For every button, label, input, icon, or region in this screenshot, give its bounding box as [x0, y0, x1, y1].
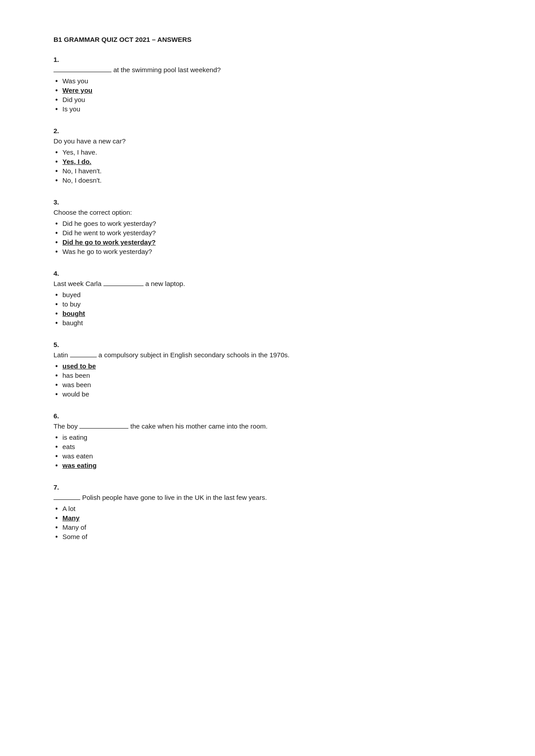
question-text-5: Latin a compulsory subject in English se…: [54, 351, 482, 359]
question-text-6: The boy the cake when his mother came in…: [54, 422, 482, 430]
correct-answer-3: Did he go to work yesterday?: [62, 238, 156, 246]
option-1-1: Was you: [54, 77, 482, 85]
question-block-7: 7. Polish people have gone to live in th…: [54, 483, 482, 540]
question-text-4: Last week Carla a new laptop.: [54, 280, 482, 287]
question-number-1: 1.: [54, 56, 482, 63]
question-block-3: 3. Choose the correct option: Did he goe…: [54, 198, 482, 255]
option-4-3: bought: [54, 310, 482, 317]
option-5-3: was been: [54, 381, 482, 388]
question-block-2: 2. Do you have a new car? Yes, I have. Y…: [54, 127, 482, 184]
question-text-7: Polish people have gone to live in the U…: [54, 494, 482, 501]
correct-answer-1: Were you: [62, 86, 92, 94]
blank-7: [54, 499, 80, 500]
question-text-3: Choose the correct option:: [54, 208, 482, 216]
option-2-2: Yes, I do.: [54, 158, 482, 165]
blank-6: [79, 428, 128, 429]
options-list-5: used to be has been was been would be: [54, 362, 482, 398]
option-7-3: Many of: [54, 523, 482, 531]
blank-1: [54, 72, 111, 72]
question-number-5: 5.: [54, 341, 482, 348]
blank-5: [70, 357, 97, 357]
question-block-6: 6. The boy the cake when his mother came…: [54, 412, 482, 469]
question-number-7: 7.: [54, 483, 482, 491]
option-2-4: No, I doesn't.: [54, 176, 482, 184]
option-4-1: buyed: [54, 291, 482, 298]
question-number-2: 2.: [54, 127, 482, 135]
option-3-1: Did he goes to work yesterday?: [54, 220, 482, 227]
question-number-3: 3.: [54, 198, 482, 206]
option-5-4: would be: [54, 390, 482, 398]
correct-answer-6: was eating: [62, 462, 97, 469]
option-1-2: Were you: [54, 86, 482, 94]
correct-answer-7: Many: [62, 514, 79, 522]
question-block-1: 1. at the swimming pool last weekend? Wa…: [54, 56, 482, 113]
option-6-4: was eating: [54, 462, 482, 469]
option-1-3: Did you: [54, 96, 482, 103]
option-5-1: used to be: [54, 362, 482, 370]
correct-answer-2: Yes, I do.: [62, 158, 91, 165]
page-container: B1 GRAMMAR QUIZ OCT 2021 – ANSWERS 1. at…: [54, 36, 482, 540]
options-list-3: Did he goes to work yesterday? Did he we…: [54, 220, 482, 255]
option-2-3: No, I haven't.: [54, 167, 482, 175]
option-2-1: Yes, I have.: [54, 148, 482, 156]
question-number-4: 4.: [54, 270, 482, 277]
question-block-4: 4. Last week Carla a new laptop. buyed t…: [54, 270, 482, 327]
option-5-2: has been: [54, 372, 482, 379]
options-list-6: is eating eats was eaten was eating: [54, 433, 482, 469]
question-text-2: Do you have a new car?: [54, 137, 482, 145]
options-list-2: Yes, I have. Yes, I do. No, I haven't. N…: [54, 148, 482, 184]
option-4-4: baught: [54, 319, 482, 327]
option-6-1: is eating: [54, 433, 482, 441]
option-7-1: A lot: [54, 505, 482, 512]
options-list-1: Was you Were you Did you Is you: [54, 77, 482, 113]
option-3-4: Was he go to work yesterday?: [54, 248, 482, 255]
option-1-4: Is you: [54, 105, 482, 113]
option-3-2: Did he went to work yesterday?: [54, 229, 482, 237]
option-4-2: to buy: [54, 300, 482, 308]
question-block-5: 5. Latin a compulsory subject in English…: [54, 341, 482, 398]
option-6-3: was eaten: [54, 452, 482, 460]
question-number-6: 6.: [54, 412, 482, 420]
correct-answer-4: bought: [62, 310, 85, 317]
option-6-2: eats: [54, 443, 482, 450]
blank-4: [103, 286, 144, 286]
options-list-7: A lot Many Many of Some of: [54, 505, 482, 540]
page-title: B1 GRAMMAR QUIZ OCT 2021 – ANSWERS: [54, 36, 482, 43]
correct-answer-5: used to be: [62, 362, 96, 370]
option-7-2: Many: [54, 514, 482, 522]
option-3-3: Did he go to work yesterday?: [54, 238, 482, 246]
options-list-4: buyed to buy bought baught: [54, 291, 482, 327]
option-7-4: Some of: [54, 533, 482, 540]
question-text-1: at the swimming pool last weekend?: [54, 66, 482, 74]
